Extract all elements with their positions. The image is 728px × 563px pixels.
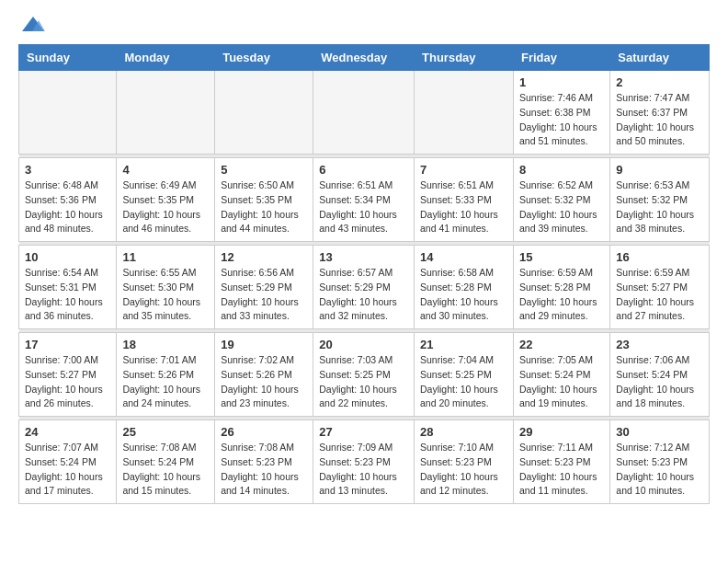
calendar-cell: 13Sunrise: 6:57 AM Sunset: 5:29 PM Dayli… [313,246,415,329]
day-number: 18 [122,338,209,351]
calendar-cell: 14Sunrise: 6:58 AM Sunset: 5:28 PM Dayli… [415,246,514,329]
day-info: Sunrise: 7:05 AM Sunset: 5:24 PM Dayligh… [519,353,604,411]
day-number: 8 [519,163,604,177]
calendar-cell [215,71,313,155]
calendar-cell [117,71,215,155]
day-number: 17 [25,338,110,351]
calendar-cell: 8Sunrise: 6:52 AM Sunset: 5:32 PM Daylig… [513,158,609,242]
day-info: Sunrise: 6:58 AM Sunset: 5:28 PM Dayligh… [420,266,507,324]
day-info: Sunrise: 6:51 AM Sunset: 5:33 PM Dayligh… [420,178,507,236]
day-info: Sunrise: 7:08 AM Sunset: 5:23 PM Dayligh… [221,441,307,499]
day-info: Sunrise: 6:56 AM Sunset: 5:29 PM Dayligh… [221,266,307,324]
calendar-cell: 16Sunrise: 6:59 AM Sunset: 5:27 PM Dayli… [610,246,710,329]
weekday-header-wednesday: Wednesday [313,45,415,71]
day-number: 13 [319,250,408,264]
calendar-cell: 30Sunrise: 7:12 AM Sunset: 5:23 PM Dayli… [610,420,710,504]
calendar: SundayMondayTuesdayWednesdayThursdayFrid… [18,44,710,504]
calendar-cell: 2Sunrise: 7:47 AM Sunset: 6:37 PM Daylig… [610,71,710,155]
day-number: 6 [319,163,408,177]
day-number: 28 [420,425,507,439]
day-number: 15 [519,250,604,264]
day-info: Sunrise: 6:49 AM Sunset: 5:35 PM Dayligh… [122,178,209,236]
day-number: 21 [420,338,507,351]
day-number: 5 [221,163,307,177]
weekday-header-sunday: Sunday [19,45,117,71]
day-number: 4 [122,163,209,177]
day-info: Sunrise: 6:59 AM Sunset: 5:27 PM Dayligh… [616,266,703,324]
calendar-week-1: 3Sunrise: 6:48 AM Sunset: 5:36 PM Daylig… [19,158,710,242]
day-info: Sunrise: 7:03 AM Sunset: 5:25 PM Dayligh… [319,353,408,411]
day-info: Sunrise: 7:09 AM Sunset: 5:23 PM Dayligh… [319,441,408,499]
page: SundayMondayTuesdayWednesdayThursdayFrid… [0,0,728,519]
calendar-cell [313,71,415,155]
calendar-cell: 1Sunrise: 7:46 AM Sunset: 6:38 PM Daylig… [513,71,609,155]
day-number: 29 [519,425,604,439]
weekday-header-row: SundayMondayTuesdayWednesdayThursdayFrid… [19,45,710,71]
calendar-cell: 9Sunrise: 6:53 AM Sunset: 5:32 PM Daylig… [610,158,710,242]
day-number: 10 [25,250,110,264]
calendar-cell: 28Sunrise: 7:10 AM Sunset: 5:23 PM Dayli… [415,420,514,504]
calendar-cell: 12Sunrise: 6:56 AM Sunset: 5:29 PM Dayli… [215,246,313,329]
weekday-header-monday: Monday [117,45,215,71]
day-info: Sunrise: 7:11 AM Sunset: 5:23 PM Dayligh… [519,441,604,499]
calendar-cell: 7Sunrise: 6:51 AM Sunset: 5:33 PM Daylig… [415,158,514,242]
day-number: 7 [420,163,507,177]
calendar-cell: 20Sunrise: 7:03 AM Sunset: 5:25 PM Dayli… [313,333,415,417]
calendar-cell: 10Sunrise: 6:54 AM Sunset: 5:31 PM Dayli… [19,246,117,329]
day-info: Sunrise: 7:04 AM Sunset: 5:25 PM Dayligh… [420,353,507,411]
calendar-week-3: 17Sunrise: 7:00 AM Sunset: 5:27 PM Dayli… [19,333,710,417]
calendar-cell: 23Sunrise: 7:06 AM Sunset: 5:24 PM Dayli… [610,333,710,417]
calendar-week-0: 1Sunrise: 7:46 AM Sunset: 6:38 PM Daylig… [19,71,710,155]
calendar-cell: 17Sunrise: 7:00 AM Sunset: 5:27 PM Dayli… [19,333,117,417]
calendar-cell: 15Sunrise: 6:59 AM Sunset: 5:28 PM Dayli… [513,246,609,329]
day-info: Sunrise: 6:50 AM Sunset: 5:35 PM Dayligh… [221,178,307,236]
weekday-header-friday: Friday [513,45,609,71]
day-number: 23 [616,338,703,351]
day-info: Sunrise: 7:12 AM Sunset: 5:23 PM Dayligh… [616,441,703,499]
day-number: 30 [616,425,703,439]
day-number: 3 [25,163,110,177]
day-number: 11 [122,250,209,264]
day-number: 2 [616,75,703,89]
logo [18,15,46,35]
day-number: 22 [519,338,604,351]
day-number: 27 [319,425,408,439]
day-number: 12 [221,250,307,264]
day-info: Sunrise: 6:57 AM Sunset: 5:29 PM Dayligh… [319,266,408,324]
calendar-cell: 19Sunrise: 7:02 AM Sunset: 5:26 PM Dayli… [215,333,313,417]
calendar-cell: 26Sunrise: 7:08 AM Sunset: 5:23 PM Dayli… [215,420,313,504]
day-number: 14 [420,250,507,264]
calendar-cell [415,71,514,155]
day-info: Sunrise: 6:52 AM Sunset: 5:32 PM Dayligh… [519,178,604,236]
logo-icon [20,15,46,35]
day-number: 9 [616,163,703,177]
calendar-cell: 25Sunrise: 7:08 AM Sunset: 5:24 PM Dayli… [117,420,215,504]
day-info: Sunrise: 7:01 AM Sunset: 5:26 PM Dayligh… [122,353,209,411]
day-number: 25 [122,425,209,439]
day-info: Sunrise: 7:02 AM Sunset: 5:26 PM Dayligh… [221,353,307,411]
calendar-cell: 11Sunrise: 6:55 AM Sunset: 5:30 PM Dayli… [117,246,215,329]
calendar-cell: 6Sunrise: 6:51 AM Sunset: 5:34 PM Daylig… [313,158,415,242]
day-info: Sunrise: 6:55 AM Sunset: 5:30 PM Dayligh… [122,266,209,324]
day-number: 24 [25,425,110,439]
day-info: Sunrise: 6:59 AM Sunset: 5:28 PM Dayligh… [519,266,604,324]
weekday-header-saturday: Saturday [610,45,710,71]
day-info: Sunrise: 7:08 AM Sunset: 5:24 PM Dayligh… [122,441,209,499]
day-info: Sunrise: 7:47 AM Sunset: 6:37 PM Dayligh… [616,91,703,149]
day-number: 19 [221,338,307,351]
weekday-header-tuesday: Tuesday [215,45,313,71]
weekday-header-thursday: Thursday [415,45,514,71]
day-number: 16 [616,250,703,264]
calendar-cell: 3Sunrise: 6:48 AM Sunset: 5:36 PM Daylig… [19,158,117,242]
day-number: 26 [221,425,307,439]
calendar-cell: 4Sunrise: 6:49 AM Sunset: 5:35 PM Daylig… [117,158,215,242]
day-info: Sunrise: 7:06 AM Sunset: 5:24 PM Dayligh… [616,353,703,411]
day-info: Sunrise: 6:48 AM Sunset: 5:36 PM Dayligh… [25,178,110,236]
calendar-week-4: 24Sunrise: 7:07 AM Sunset: 5:24 PM Dayli… [19,420,710,504]
day-info: Sunrise: 7:46 AM Sunset: 6:38 PM Dayligh… [519,91,604,149]
calendar-cell [19,71,117,155]
calendar-cell: 24Sunrise: 7:07 AM Sunset: 5:24 PM Dayli… [19,420,117,504]
day-info: Sunrise: 7:00 AM Sunset: 5:27 PM Dayligh… [25,353,110,411]
calendar-cell: 5Sunrise: 6:50 AM Sunset: 5:35 PM Daylig… [215,158,313,242]
day-info: Sunrise: 6:53 AM Sunset: 5:32 PM Dayligh… [616,178,703,236]
